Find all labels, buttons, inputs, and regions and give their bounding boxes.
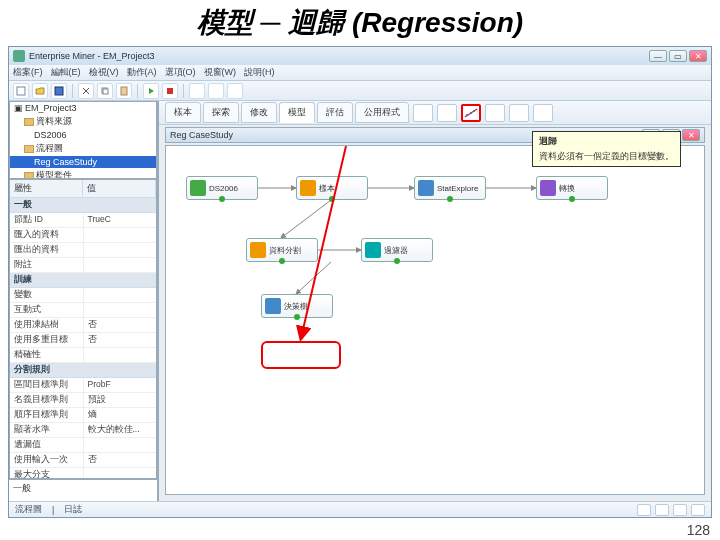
tool-save-icon[interactable]: [51, 83, 67, 99]
menu-view[interactable]: 檢視(V): [89, 66, 119, 79]
prop-row[interactable]: 遺漏值: [10, 438, 156, 453]
tool-generic-icon[interactable]: [189, 83, 205, 99]
prop-value[interactable]: 否: [84, 453, 157, 467]
prop-row[interactable]: 節點 IDTrueC: [10, 213, 156, 228]
prop-value[interactable]: [84, 288, 157, 302]
prop-value[interactable]: [84, 258, 157, 272]
node-sample[interactable]: 樣本: [296, 176, 368, 200]
node-filter[interactable]: 過濾器: [361, 238, 433, 262]
tree-item-diagrams[interactable]: 流程圖: [10, 141, 156, 156]
prop-row[interactable]: 使用輸入一次否: [10, 453, 156, 468]
tree-item-selected[interactable]: Reg CaseStudy: [10, 156, 156, 168]
node-partition[interactable]: 資料分割: [246, 238, 318, 262]
project-tree[interactable]: ▣ EM_Project3 資料來源 DS2006 流程圖 Reg CaseSt…: [9, 101, 157, 179]
palette-tab-assess[interactable]: 評估: [317, 102, 353, 123]
window-controls: — ▭ ✕: [649, 50, 707, 62]
prop-value[interactable]: [84, 228, 157, 242]
palette-tab-sample[interactable]: 樣本: [165, 102, 201, 123]
close-button[interactable]: ✕: [689, 50, 707, 62]
prop-value[interactable]: 預設: [84, 393, 157, 407]
palette-tab-explore[interactable]: 探索: [203, 102, 239, 123]
palette-node-icon[interactable]: [509, 104, 529, 122]
zoom-fit-icon[interactable]: [655, 504, 669, 516]
prop-value[interactable]: 較大的較佳...: [84, 423, 157, 437]
palette-tab-modify[interactable]: 修改: [241, 102, 277, 123]
svg-point-6: [466, 114, 468, 116]
tool-open-icon[interactable]: [32, 83, 48, 99]
zoom-out-icon[interactable]: [637, 504, 651, 516]
prop-row[interactable]: 顯著水準較大的較佳...: [10, 423, 156, 438]
tree-item-ds[interactable]: DS2006: [10, 129, 156, 141]
prop-key: 遺漏值: [10, 438, 84, 452]
tool-generic-icon[interactable]: [227, 83, 243, 99]
separator: [137, 84, 138, 98]
transform-icon: [540, 180, 556, 196]
prop-value[interactable]: [84, 468, 157, 479]
prop-row[interactable]: 互動式: [10, 303, 156, 318]
prop-row[interactable]: 匯出的資料: [10, 243, 156, 258]
sample-icon: [300, 180, 316, 196]
node-statexplore[interactable]: StatExplore: [414, 176, 486, 200]
menu-action[interactable]: 動作(A): [127, 66, 157, 79]
node-transform[interactable]: 轉換: [536, 176, 608, 200]
prop-row[interactable]: 使用多重目標否: [10, 333, 156, 348]
menu-options[interactable]: 選項(O): [165, 66, 196, 79]
prop-row[interactable]: 使用凍結樹否: [10, 318, 156, 333]
properties-panel[interactable]: 屬性 值 一般節點 IDTrueC匯入的資料匯出的資料附註訓練變數互動式使用凍結…: [9, 179, 157, 479]
prop-row[interactable]: 附註: [10, 258, 156, 273]
prop-row[interactable]: 名義目標準則預設: [10, 393, 156, 408]
prop-value[interactable]: 否: [84, 318, 157, 332]
regression-tooltip: 迴歸 資料必須有一個定義的目標變數。: [532, 131, 681, 167]
palette-tab-utility[interactable]: 公用程式: [355, 102, 409, 123]
prop-row[interactable]: 區間目標準則ProbF: [10, 378, 156, 393]
palette-node-icon[interactable]: [413, 104, 433, 122]
prop-row[interactable]: 匯入的資料: [10, 228, 156, 243]
zoom-in-icon[interactable]: [673, 504, 687, 516]
zoom-100-icon[interactable]: [691, 504, 705, 516]
status-dot-icon: [329, 196, 335, 202]
prop-value[interactable]: [84, 243, 157, 257]
palette-node-icon[interactable]: [437, 104, 457, 122]
prop-value[interactable]: TrueC: [84, 213, 157, 227]
red-target-box: [261, 341, 341, 369]
tool-stop-icon[interactable]: [162, 83, 178, 99]
prop-value[interactable]: [84, 348, 157, 362]
prop-group: 訓練: [10, 273, 156, 288]
prop-row[interactable]: 順序目標準則熵: [10, 408, 156, 423]
tree-item-datasources[interactable]: 資料來源: [10, 114, 156, 129]
palette-node-icon[interactable]: [485, 104, 505, 122]
tool-copy-icon[interactable]: [97, 83, 113, 99]
canvas-close-button[interactable]: ✕: [682, 129, 700, 141]
tool-generic-icon[interactable]: [208, 83, 224, 99]
minimize-button[interactable]: —: [649, 50, 667, 62]
prop-header-key: 屬性: [10, 180, 83, 197]
menu-file[interactable]: 檔案(F): [13, 66, 43, 79]
menu-help[interactable]: 說明(H): [244, 66, 275, 79]
prop-row[interactable]: 精確性: [10, 348, 156, 363]
prop-row[interactable]: 變數: [10, 288, 156, 303]
prop-value[interactable]: 否: [84, 333, 157, 347]
maximize-button[interactable]: ▭: [669, 50, 687, 62]
svg-rect-4: [121, 87, 127, 95]
tool-new-icon[interactable]: [13, 83, 29, 99]
node-datasource[interactable]: DS2006: [186, 176, 258, 200]
node-decisiontree[interactable]: 決策樹: [261, 294, 333, 318]
palette-regression-icon[interactable]: [461, 104, 481, 122]
menu-window[interactable]: 視窗(W): [204, 66, 237, 79]
prop-row[interactable]: 最大分支: [10, 468, 156, 479]
node-palette: 樣本 探索 修改 模型 評估 公用程式: [159, 101, 711, 125]
diagram-canvas[interactable]: DS2006 樣本 StatExplore 轉換 資料分割 過濾器 決策樹: [165, 145, 705, 495]
prop-key: 最大分支: [10, 468, 84, 479]
palette-node-icon[interactable]: [533, 104, 553, 122]
prop-value[interactable]: 熵: [84, 408, 157, 422]
prop-value[interactable]: [84, 303, 157, 317]
palette-tab-model[interactable]: 模型: [279, 102, 315, 123]
tree-root[interactable]: ▣ EM_Project3: [10, 102, 156, 114]
tool-run-icon[interactable]: [143, 83, 159, 99]
prop-value[interactable]: [84, 438, 157, 452]
tool-paste-icon[interactable]: [116, 83, 132, 99]
prop-value[interactable]: ProbF: [84, 378, 157, 392]
tree-item-models[interactable]: 模型套件: [10, 168, 156, 179]
tool-cut-icon[interactable]: [78, 83, 94, 99]
menu-edit[interactable]: 編輯(E): [51, 66, 81, 79]
